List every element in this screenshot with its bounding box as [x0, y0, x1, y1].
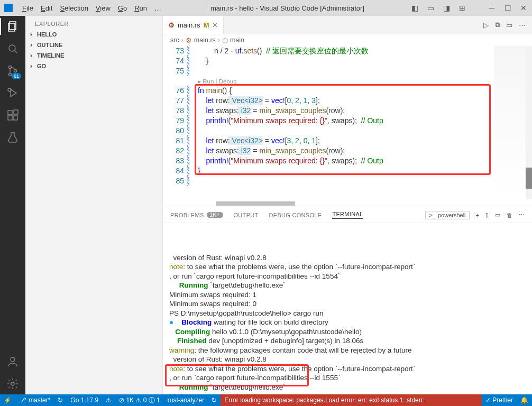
menu-go[interactable]: Go	[115, 3, 130, 13]
terminal-line: Running `target\debug\hello.exe`	[169, 383, 528, 392]
terminal-split-icon[interactable]: ▯	[485, 211, 489, 218]
editor-scrollbar-horizontal[interactable]	[195, 201, 494, 206]
menu-bar: File Edit Selection View Go Run …	[19, 3, 164, 13]
terminal-line: ● Blocking waiting for file lock on buil…	[169, 318, 528, 327]
status-problems[interactable]: ⊘ 1K ⚠ 0 ⓘ 1	[115, 394, 164, 406]
svg-rect-12	[14, 110, 18, 114]
panel-tab-output[interactable]: OUTPUT	[234, 212, 259, 218]
menu-run[interactable]: Run	[131, 3, 150, 13]
code-line: 75	[163, 66, 494, 76]
terminal-line: Finished dev [unoptimized + debuginfo] t…	[169, 336, 528, 346]
editor-scrollbar-vertical[interactable]	[526, 46, 532, 199]
activity-extensions-icon[interactable]	[6, 109, 19, 122]
menu-more[interactable]: …	[151, 3, 164, 13]
activity-explorer-icon[interactable]	[6, 20, 19, 33]
svg-rect-11	[13, 116, 17, 120]
code-line: 80	[163, 126, 494, 136]
status-error-message[interactable]: Error loading workspace: packages.Load e…	[221, 394, 482, 406]
panel-tab-terminal[interactable]: TERMINAL	[332, 211, 363, 219]
terminal-kill-icon[interactable]: 🗑	[507, 212, 512, 218]
svg-point-4	[9, 66, 12, 69]
window-minimize-icon[interactable]: ─	[488, 4, 496, 12]
tab-main-rs[interactable]: ⚙ main.rs M ✕	[163, 16, 224, 34]
sidebar-section-hello[interactable]: ›HELLO	[25, 29, 162, 40]
window-close-icon[interactable]: ✕	[519, 4, 528, 12]
status-branch[interactable]: ⎇ master*	[15, 394, 54, 406]
window-title: main.rs - hello - Visual Studio Code [Ad…	[164, 4, 410, 12]
status-rust-analyzer[interactable]: rust-analyzer	[164, 394, 208, 406]
activity-source-control-icon[interactable]: 61	[6, 64, 19, 77]
svg-point-5	[9, 73, 12, 76]
editor-more-icon[interactable]: ⋯	[519, 21, 526, 29]
terminal-line: , or run `cargo report future-incompatib…	[169, 373, 528, 383]
panel: PROBLEMS1K+ OUTPUT DEBUG CONSOLE TERMINA…	[163, 207, 532, 394]
code-line: 81 let row: Vec<i32> = vec![3, 2, 0, 1];	[163, 136, 494, 146]
status-rust-refresh-icon[interactable]: ↻	[208, 394, 221, 406]
editor-area: ⚙ main.rs M ✕ ▷ ⧉ ▭ ⋯ src› ⚙main.rs› ⬡ma…	[163, 16, 532, 394]
terminal-line: Running `target\debug\hello.exe`	[169, 281, 528, 290]
explorer-sidebar: EXPLORER ⋯ ›HELLO ›OUTLINE ›TIMELINE ›GO	[25, 16, 163, 394]
menu-edit[interactable]: Edit	[38, 3, 56, 13]
terminal-line: Minimum swaps required: 1	[169, 392, 528, 394]
terminal-maximize-icon[interactable]: ▭	[495, 211, 500, 218]
sidebar-section-timeline[interactable]: ›TIMELINE	[25, 50, 162, 61]
activity-account-icon[interactable]	[6, 355, 19, 368]
breadcrumb[interactable]: src› ⚙main.rs› ⬡main	[163, 34, 532, 46]
svg-point-14	[11, 382, 14, 385]
run-icon[interactable]: ▷	[483, 21, 489, 29]
activity-settings-icon[interactable]	[6, 377, 19, 390]
layout-panel-icon[interactable]: ▭	[426, 4, 435, 12]
svg-point-6	[14, 70, 17, 72]
terminal-body[interactable]: version of Rust: winapi v0.2.8note: to s…	[163, 223, 532, 394]
problems-count-badge: 1K+	[207, 212, 223, 218]
status-go-version[interactable]: Go 1.17.9	[67, 394, 102, 406]
codelens-run-debug[interactable]: ▸ Run | Debug	[198, 78, 237, 85]
terminal-new-icon[interactable]: +	[476, 212, 479, 218]
status-go-warn-icon[interactable]: ⚠	[102, 394, 115, 406]
terminal-line: version of Rust: winapi v0.2.8	[169, 253, 528, 263]
menu-selection[interactable]: Selection	[57, 3, 91, 13]
code-line: 85	[163, 176, 494, 186]
sidebar-section-outline[interactable]: ›OUTLINE	[25, 40, 162, 50]
panel-tab-debug-console[interactable]: DEBUG CONSOLE	[269, 212, 322, 218]
panel-tab-problems[interactable]: PROBLEMS1K+	[170, 212, 223, 218]
scm-badge: 61	[12, 73, 21, 79]
terminal-line: Minimum swaps required: 1	[169, 290, 528, 300]
split-editor-icon[interactable]: ▭	[506, 21, 512, 29]
menu-view[interactable]: View	[93, 3, 114, 13]
sidebar-section-go[interactable]: ›GO	[25, 61, 162, 71]
activity-testing-icon[interactable]	[6, 131, 19, 144]
layout-sidebar-left-icon[interactable]: ◧	[410, 4, 419, 12]
terminal-line: note: to see what the problems were, use…	[169, 364, 528, 374]
tab-modified-badge: M	[204, 21, 209, 29]
terminal-line: Minimum swaps required: 0	[169, 299, 528, 309]
activity-search-icon[interactable]	[6, 42, 19, 55]
status-prettier[interactable]: ✓ Prettier	[482, 394, 517, 406]
terminal-shell-selector[interactable]: >_powershell	[425, 211, 469, 219]
code-line: 73 n / 2 - uf.sets() // 返回需要交换座位的最小次数	[163, 46, 494, 56]
svg-point-13	[11, 357, 15, 362]
vscode-icon	[4, 4, 13, 12]
status-notifications-icon[interactable]: 🔔	[517, 394, 532, 406]
terminal-line: PS D:\mysetup\gopath\rustcode\hello> car…	[169, 309, 528, 318]
code-line: 84}	[163, 166, 494, 176]
minimap[interactable]	[494, 46, 526, 199]
layout-sidebar-right-icon[interactable]: ◨	[442, 4, 451, 12]
code-line: 79 println!("Minimum swaps required: {}"…	[163, 116, 494, 126]
tab-close-icon[interactable]: ✕	[212, 21, 218, 29]
terminal-line: warning: the following packages contain …	[169, 346, 528, 355]
code-editor[interactable]: ▸ Run | Debug 73 n / 2 - uf.sets() // 返回…	[163, 46, 532, 207]
menu-file[interactable]: File	[19, 3, 36, 13]
status-sync-icon[interactable]: ↻	[54, 394, 67, 406]
layout-customize-icon[interactable]: ⊞	[458, 4, 466, 12]
terminal-more-icon[interactable]: ⋯	[519, 211, 525, 218]
status-remote-icon[interactable]: ⚡	[0, 394, 15, 406]
code-line: 74 }	[163, 56, 494, 66]
activity-debug-icon[interactable]	[6, 87, 19, 99]
window-maximize-icon[interactable]: ☐	[503, 4, 512, 12]
code-line: 82 let swaps: i32 = min_swaps_couples(ro…	[163, 146, 494, 156]
code-line: 77 let row: Vec<i32> = vec![0, 2, 1, 3];	[163, 96, 494, 106]
diff-icon[interactable]: ⧉	[495, 21, 500, 29]
explorer-more-icon[interactable]: ⋯	[149, 20, 155, 27]
terminal-line: note: to see what the problems were, use…	[169, 262, 528, 272]
